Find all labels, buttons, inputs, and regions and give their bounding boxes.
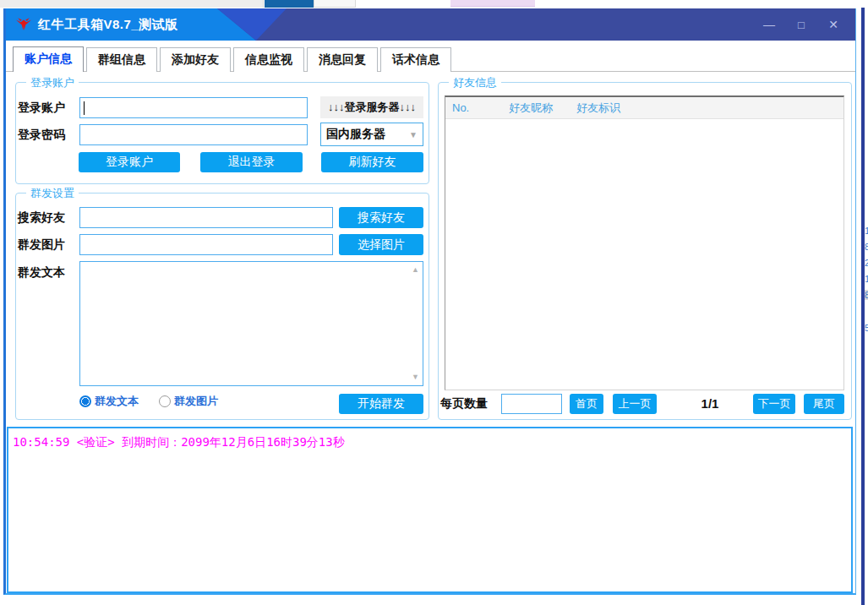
log-line: 10:54:59 <验证> 到期时间：2099年12月6日16时39分13秒 <box>8 428 851 457</box>
broadcast-text-label: 群发文本 <box>18 265 65 281</box>
window-title: 红牛工具箱V8.7_测试版 <box>38 17 178 33</box>
scroll-up-icon[interactable]: ▲ <box>412 266 419 274</box>
text-caret <box>84 101 85 115</box>
broadcast-mode-radios: 群发文本 群发图片 <box>79 394 218 409</box>
column-header-friend-id[interactable]: 好友标识 <box>576 101 620 116</box>
titlebar[interactable]: 红牛工具箱V8.7_测试版 — □ ✕ <box>6 8 855 41</box>
tab-script-info[interactable]: 话术信息 <box>380 47 451 72</box>
pagination-bar: 每页数量 首页 上一页 1/1 下一页 尾页 <box>439 394 846 414</box>
friends-group-title: 好友信息 <box>449 75 501 90</box>
start-broadcast-button[interactable]: 开始群发 <box>339 394 423 414</box>
bg-text-fragment: 2 <box>865 258 868 268</box>
tab-account-info[interactable]: 账户信息 <box>13 46 84 72</box>
tab-group-info[interactable]: 群组信息 <box>86 47 157 72</box>
account-label: 登录账户 <box>18 101 65 116</box>
server-hint-label: ↓↓↓登录服务器↓↓↓ <box>320 96 423 118</box>
search-friends-input[interactable] <box>79 207 333 228</box>
tab-add-friends[interactable]: 添加好友 <box>160 47 231 72</box>
background-window-fragment <box>0 0 264 8</box>
search-friends-label: 搜索好友 <box>18 210 65 226</box>
password-label: 登录密码 <box>18 128 65 143</box>
tab-bar: 账户信息 群组信息 添加好友 信息监视 消息回复 话术信息 <box>6 41 855 72</box>
tab-message-reply[interactable]: 消息回复 <box>307 47 378 72</box>
server-select[interactable]: 国内服务器 ▼ <box>320 123 423 146</box>
bg-text-fragment: 1. <box>865 226 868 236</box>
maximize-icon[interactable]: □ <box>789 14 813 35</box>
scroll-down-icon[interactable]: ▼ <box>412 373 419 381</box>
login-group: 登录账户 登录账户 ↓↓↓登录服务器↓↓↓ 登录密码 国内服务器 ▼ 登录账户 … <box>15 82 429 184</box>
broadcast-text-area[interactable]: ▲ ▼ <box>79 261 423 386</box>
log-area[interactable]: 10:54:59 <验证> 到期时间：2099年12月6日16时39分13秒 <box>7 427 853 593</box>
radio-selected-icon <box>79 395 91 407</box>
friends-group: 好友信息 No. 好友昵称 好友标识 每页数量 首页 上一页 1/1 下一页 尾… <box>438 82 852 420</box>
column-header-no[interactable]: No. <box>445 101 509 114</box>
broadcast-group-title: 群发设置 <box>26 186 79 201</box>
close-icon[interactable]: ✕ <box>822 14 845 35</box>
refresh-friends-button[interactable]: 刷新好友 <box>321 152 423 172</box>
chevron-down-icon: ▼ <box>409 130 418 139</box>
search-friends-button[interactable]: 搜索好友 <box>339 207 423 228</box>
column-header-nickname[interactable]: 好友昵称 <box>509 101 576 116</box>
background-window-fragment <box>314 0 356 8</box>
friends-table[interactable]: No. 好友昵称 好友标识 <box>445 95 844 390</box>
tab-message-watch[interactable]: 信息监视 <box>233 47 304 72</box>
login-group-title: 登录账户 <box>26 75 79 90</box>
prev-page-button[interactable]: 上一页 <box>613 394 657 414</box>
first-page-button[interactable]: 首页 <box>570 394 603 414</box>
background-window-fragment <box>450 0 535 7</box>
broadcast-image-input[interactable] <box>79 234 333 255</box>
logout-button[interactable]: 退出登录 <box>200 152 303 172</box>
broadcast-group: 群发设置 搜索好友 搜索好友 群发图片 选择图片 群发文本 ▲ ▼ 群发文本 群… <box>15 193 429 420</box>
login-button[interactable]: 登录账户 <box>79 152 180 172</box>
app-window: 红牛工具箱V8.7_测试版 — □ ✕ 账户信息 群组信息 添加好友 信息监视 … <box>3 8 856 595</box>
background-window-text-sliver: 1. 8 2 1. 8 5. <box>865 8 868 605</box>
account-input[interactable] <box>79 97 308 118</box>
bg-text-fragment: 1. <box>865 274 868 284</box>
radio-unselected-icon <box>159 395 171 407</box>
radio-broadcast-text[interactable]: 群发文本 <box>79 394 139 409</box>
app-logo-icon <box>16 17 31 32</box>
minimize-icon[interactable]: — <box>757 14 781 35</box>
broadcast-image-label: 群发图片 <box>18 237 65 253</box>
radio-broadcast-image[interactable]: 群发图片 <box>159 394 218 409</box>
background-window-fragment <box>265 0 314 8</box>
per-page-input[interactable] <box>501 394 562 414</box>
password-input[interactable] <box>79 124 308 145</box>
bg-text-fragment: 8 <box>865 242 868 252</box>
bg-text-fragment: 8 <box>865 290 868 300</box>
bg-text-fragment: 5. <box>865 323 868 333</box>
pick-image-button[interactable]: 选择图片 <box>339 234 423 255</box>
page-indicator: 1/1 <box>689 396 731 411</box>
per-page-label: 每页数量 <box>440 396 488 412</box>
server-select-value: 国内服务器 <box>326 127 385 142</box>
friends-table-header: No. 好友昵称 好友标识 <box>445 97 843 119</box>
next-page-button[interactable]: 下一页 <box>753 394 795 414</box>
last-page-button[interactable]: 尾页 <box>804 394 844 414</box>
